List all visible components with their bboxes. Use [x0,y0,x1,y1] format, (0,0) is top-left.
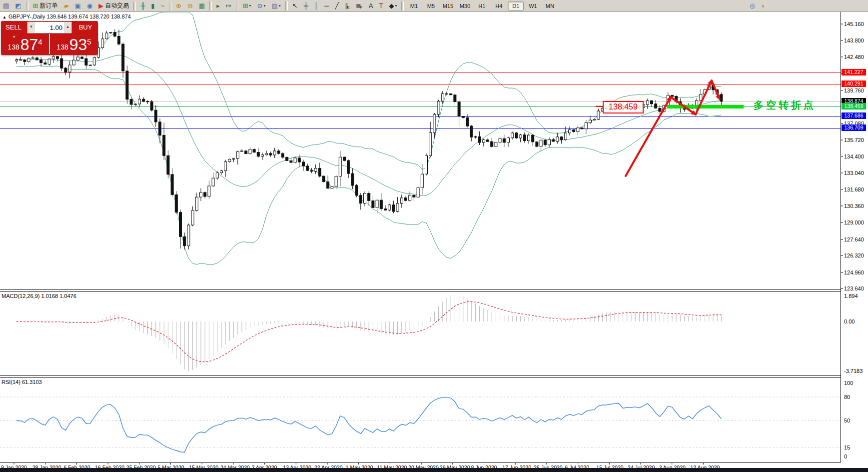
periods-button-dropdown[interactable]: ▾ [263,4,265,8]
shapes-icon: ◆ [389,2,394,10]
chart-canvas[interactable] [0,0,868,472]
timeframe-m30[interactable]: M30 [457,2,473,10]
symbol-ohlc-text: GBPJPY-,Daily 139.646 139.674 138.720 13… [8,14,131,20]
candle [380,200,382,208]
price-tick-label: 135.720 [844,137,864,143]
data-window-icon[interactable]: ▤ [0,0,11,12]
label-icon[interactable]: T [376,0,385,12]
timeframe-d1[interactable]: D1 [508,2,524,10]
horizontal-line-icon[interactable]: ─ [322,0,331,12]
price-annotation-tag[interactable]: 138.459 [603,101,644,114]
buy-price[interactable]: 138935 [50,34,98,54]
shapes-icon-dropdown[interactable]: ▾ [395,4,397,8]
candle [31,58,34,58]
templates-button[interactable]: ▨▾ [269,0,283,12]
candle [241,151,243,152]
indicators-button[interactable]: ⊞▾ [240,0,254,12]
signals-icon[interactable]: ◉ [84,0,95,12]
toolbar-separator [209,2,212,10]
macd-axis-label: 1.894 [844,293,858,299]
candle [589,120,592,122]
chat-icon[interactable]: ◗ [759,0,768,12]
timeframe-h4[interactable]: H4 [491,2,507,10]
new-order-button[interactable]: ⊞新订单 [30,0,60,12]
sell-price[interactable]: 138874 [1,34,49,54]
rsi-line [16,398,721,452]
vertical-line-icon[interactable]: │ [312,0,321,12]
timeframe-mn[interactable]: MN [542,2,558,10]
volume-input[interactable] [35,22,64,33]
chart-shift-icon[interactable]: ↦ [223,0,234,12]
candle [671,96,674,96]
rsi-axis-label: 50 [844,418,850,424]
candle [191,210,194,225]
market-icon[interactable]: ▰ [61,0,71,12]
timeframe-m5[interactable]: M5 [423,2,439,10]
candle [388,205,391,210]
line-chart-icon: ~ [161,2,165,10]
cursor-icon[interactable]: ↖ [290,0,300,12]
autotrading-button[interactable]: ▶自动交易 [96,0,131,12]
shapes-icon[interactable]: ◆▾ [386,0,399,12]
candle [245,151,247,154]
candle [257,152,259,156]
timeframe-m15[interactable]: M15 [440,2,456,10]
candle [536,142,538,146]
price-tick-label: 134.400 [844,154,864,160]
templates-button: ▨ [272,2,278,10]
sell-button[interactable]: SELL [1,22,26,34]
periods-button[interactable]: ⊙▾ [255,0,268,12]
candle [458,102,460,116]
auto-scroll-icon[interactable]: ▸ [214,0,222,12]
volume-decrease-button[interactable]: ▼ [27,22,35,33]
timeframe-m1[interactable]: M1 [406,2,422,10]
fibonacci-icon[interactable]: ≣F [353,0,365,12]
channel-icon[interactable]: ∥E [342,0,352,12]
candle [134,104,136,104]
buy-button[interactable]: BUY [73,22,98,34]
candle [36,58,38,60]
candle [212,178,214,186]
zoom-out-icon[interactable]: ⊖ [185,0,195,12]
candle [204,192,206,196]
search-icon[interactable]: ◎ [747,0,758,12]
candlestick-chart-icon[interactable]: ▮ [148,0,157,12]
candle [40,60,42,63]
timeframe-h1[interactable]: H1 [474,2,490,10]
tile-windows-icon[interactable]: ▦ [196,0,207,12]
candle [85,58,87,65]
candle [269,154,272,155]
candle [470,126,473,137]
trendline-icon[interactable]: ╱ [332,0,341,12]
candle [478,136,481,142]
price-tick-label: 129.000 [844,220,864,226]
indicators-button-dropdown[interactable]: ▾ [249,4,251,8]
candle [651,100,653,104]
candle [138,99,141,104]
vertical-line-icon: │ [314,2,318,10]
crosshair-icon[interactable]: ┼ [301,0,311,12]
templates-button-dropdown[interactable]: ▾ [279,4,281,8]
bar-chart-icon[interactable]: ╫ [138,0,147,12]
candle [491,142,493,146]
candle [150,102,153,110]
volume-increase-button[interactable]: ▲ [64,22,71,33]
collapse-panel-icon[interactable]: ▲ [2,15,6,20]
candle [265,154,268,155]
hosting-icon[interactable]: ▣ [72,0,83,12]
candle [593,120,596,120]
price-tick-label: 127.640 [844,236,864,242]
bollinger-upper [16,12,721,170]
candle [441,94,444,101]
text-icon[interactable]: A [366,0,376,12]
line-chart-icon[interactable]: ~ [158,0,167,12]
turning-point-annotation: 多空转折点 [754,98,816,112]
price-badge: 140.291 [842,80,866,87]
zoom-in-icon[interactable]: ⊕ [173,0,184,12]
candle [220,171,223,173]
timeframe-w1[interactable]: W1 [525,2,541,10]
candle [167,156,169,174]
strategy-tester-icon[interactable]: ◩ [12,0,23,12]
candle [359,196,362,204]
candle [372,200,374,208]
